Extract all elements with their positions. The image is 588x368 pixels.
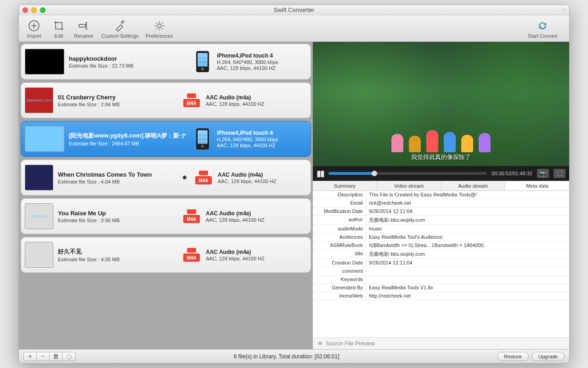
thumbnail: GREATEST HITS <box>25 87 53 113</box>
edit-button[interactable]: Edit <box>48 19 69 39</box>
eye-icon: 👁 <box>317 340 323 347</box>
meta-value <box>366 267 569 275</box>
tools-icon <box>113 19 126 32</box>
file-title: 01 Cranberry Cherry <box>58 94 177 101</box>
add-button[interactable]: + <box>24 352 37 361</box>
format-icon <box>193 51 212 73</box>
list-item[interactable]: GREATEST HITS01 Cranberry CherryEstimate… <box>21 82 311 118</box>
meta-row: comment <box>313 267 569 276</box>
file-title: You Raise Me Up <box>58 210 177 217</box>
meta-value: This File is Created by Easy RealMedia T… <box>366 191 569 199</box>
meta-value: 无极电影-bbs.wujidy.com <box>366 216 569 224</box>
list-item[interactable]: [阳光电影www.ygdy8.com].哆啦A梦：新·ナEstimate fil… <box>21 121 311 157</box>
app-window: Swift Converter ⤢ Import Edit Rename Cus… <box>18 5 570 363</box>
import-button[interactable]: Import <box>23 19 45 39</box>
meta-row: AudiencesEasy RealMedia Tool's Audience; <box>313 233 569 242</box>
svg-rect-1 <box>79 24 85 27</box>
format-info: AAC Audio (m4a)AAC, 128 kbps, 44100 HZ <box>206 210 307 223</box>
format-title: iPhone4,iPod touch 4 <box>217 52 307 59</box>
plus-circle-icon <box>28 19 40 32</box>
trash-button[interactable]: 🗑 <box>50 352 62 361</box>
m4a-icon: M4A <box>195 171 212 184</box>
format-title: AAC Audio (m4a) <box>206 249 307 255</box>
subtitle-text: 我觉得就真的像探险了 <box>313 153 569 161</box>
list-item[interactable]: When Christmas Comes To TownEstimate fil… <box>21 160 311 196</box>
format-icon: M4A <box>182 89 201 111</box>
convert-icon <box>536 19 549 32</box>
upgrade-button[interactable]: Upgrade <box>531 352 565 361</box>
pause-button[interactable]: ▮▮ <box>317 168 324 178</box>
file-size: Estimate file Size : 3.90 MB <box>58 218 177 223</box>
format-audio: AAC, 128 kbps, 44100 HZ <box>217 65 307 71</box>
rename-icon <box>77 19 90 32</box>
format-info: AAC Audio (m4a)AAC, 128 kbps, 44100 HZ <box>206 249 307 261</box>
restore-button[interactable]: Restore <box>497 352 529 361</box>
file-size: Estimate file Size : 4.05 MB <box>58 257 177 262</box>
format-audio: AAC, 128 kbps, 44100 HZ <box>217 143 307 148</box>
format-icon <box>193 128 212 150</box>
meta-value: music <box>366 225 569 233</box>
remove-button[interactable]: − <box>37 352 50 361</box>
window-title: Swift Converter <box>19 6 569 13</box>
meta-key: Email <box>313 199 366 207</box>
player-controls: ▮▮ 00:30:52/01:49:32 📷 ⛶ <box>313 166 569 181</box>
meta-key: Creation Date <box>313 259 366 267</box>
fullscreen-button[interactable]: ⛶ <box>554 169 565 178</box>
meta-key: Audiences <box>313 233 366 241</box>
file-title: When Christmas Comes To Town <box>58 171 177 178</box>
gear-icon[interactable]: ✸ <box>182 174 187 181</box>
meta-row: Keywords <box>313 276 569 284</box>
gear-icon <box>153 19 166 32</box>
m4a-icon: M4A <box>183 209 200 223</box>
m4a-icon: M4A <box>183 248 200 262</box>
format-codec: AAC, 128 kbps, 44100 HZ <box>206 256 307 261</box>
meta-value: 9/26/2014 12:11:04 <box>366 207 569 215</box>
file-list: happyknockdoorEstimate file Size : 22.73… <box>19 42 313 349</box>
file-info: 好久不见Estimate file Size : 4.05 MB <box>58 247 177 262</box>
tab-video-stream[interactable]: Video stream <box>377 181 441 190</box>
meta-key: Generated By <box>313 284 366 292</box>
meta-key: Modification Date <box>313 207 366 215</box>
file-info: happyknockdoorEstimate file Size : 22.73… <box>69 55 188 69</box>
rename-button[interactable]: Rename <box>73 19 94 39</box>
meta-value: 9/26/2014 12:11:04 <box>366 259 569 267</box>
meta-row: HomeWebhttp://redcheek.net <box>313 292 569 300</box>
format-codec: H.264, 640*480, 3000 kbps <box>217 59 307 65</box>
right-panel: 我觉得就真的像探险了 ▮▮ 00:30:52/01:49:32 📷 ⛶ Summ… <box>313 42 569 349</box>
meta-key: Description <box>313 191 366 199</box>
custom-settings-button[interactable]: Custom Settings <box>98 19 142 39</box>
crop-icon <box>52 19 65 32</box>
meta-row: audioModemusic <box>313 225 569 233</box>
format-icon: M4A <box>194 167 213 189</box>
start-convert-button[interactable]: Start Convert <box>520 19 565 39</box>
format-codec: AAC, 128 kbps, 44100 HZ <box>206 217 307 223</box>
format-title: AAC Audio (m4a) <box>206 210 307 217</box>
preferences-button[interactable]: Preferences <box>146 19 173 39</box>
meta-row: Modification Date9/26/2014 12:11:04 <box>313 207 569 216</box>
tab-summary[interactable]: Summary <box>313 181 377 190</box>
meta-row: title无极电影-bbs.wujidy.com <box>313 250 569 259</box>
list-item[interactable]: 好久不见Estimate file Size : 4.05 MBM4AAAC A… <box>21 237 311 273</box>
snapshot-button[interactable]: 📷 <box>537 169 549 178</box>
list-item[interactable]: happyknockdoorEstimate file Size : 22.73… <box>21 44 311 80</box>
seek-slider[interactable] <box>328 172 487 175</box>
tab-meta-data[interactable]: Meta data <box>505 181 569 190</box>
list-item[interactable]: WESTLIFEYou Raise Me UpEstimate file Siz… <box>21 198 311 234</box>
format-info: AAC Audio (m4a)AAC, 128 kbps, 44100 HZ <box>218 172 307 184</box>
inspect-button[interactable]: ◌ <box>62 352 75 361</box>
meta-key: title <box>313 250 366 259</box>
meta-value: Easy RealMedia Tools V1.8x <box>366 284 569 292</box>
meta-row: DescriptionThis File is Created by Easy … <box>313 191 569 199</box>
file-title: 好久不见 <box>58 247 177 256</box>
footer: + − 🗑 ◌ 6 file(s) in Library, Total dura… <box>19 349 569 363</box>
meta-value: 无极电影-bbs.wujidy.com <box>366 250 569 259</box>
meta-value <box>366 276 569 283</box>
format-title: AAC Audio (m4a) <box>206 94 307 101</box>
time-display: 00:30:52/01:49:32 <box>492 171 532 176</box>
thumbnail: WESTLIFE <box>25 203 53 229</box>
video-preview[interactable]: 我觉得就真的像探险了 <box>313 42 569 166</box>
tab-audio-stream[interactable]: Audio stream <box>441 181 506 190</box>
meta-value: #($Bandwidth >= 0),Strea…1Bandwidth = 14… <box>366 242 569 249</box>
file-size: Estimate file Size : 2464.87 MB <box>69 141 188 146</box>
list-actions: + − 🗑 ◌ <box>23 352 76 361</box>
